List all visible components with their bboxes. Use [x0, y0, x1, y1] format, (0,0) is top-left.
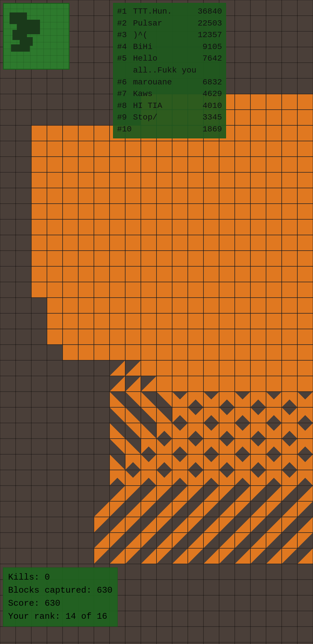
kills-stat: Kills: 0 [8, 571, 112, 584]
leaderboard: #1 TTT.Hun. 36840 #2 Pulsar 22503 #3 )^(… [113, 3, 226, 138]
leaderboard-row-10: #10 1869 [117, 124, 222, 135]
leaderboard-row-6: #6 marouane 6832 [117, 77, 222, 88]
rank-8: #8 [117, 100, 133, 112]
name-8: HI TIA [133, 100, 199, 112]
rank-5: #5 [117, 53, 133, 76]
rank-9: #9 [117, 112, 133, 124]
rank-3: #3 [117, 29, 133, 41]
name-9: Stop/ [133, 112, 199, 124]
rank-4: #4 [117, 41, 133, 53]
name-4: BiHi [133, 41, 199, 53]
minimap-inner [4, 4, 69, 69]
score-4: 9105 [199, 41, 222, 53]
minimap [3, 3, 70, 70]
leaderboard-row-4: #4 BiHi 9105 [117, 41, 222, 53]
rank-2: #2 [117, 18, 133, 30]
score-5: 7642 [199, 53, 222, 76]
leaderboard-row-1: #1 TTT.Hun. 36840 [117, 6, 222, 18]
name-3: )^( [133, 29, 198, 41]
score-2: 22503 [198, 18, 222, 30]
leaderboard-row-7: #7 Kaws 4629 [117, 88, 222, 100]
stats-box: Kills: 0 Blocks captured: 630 Score: 630… [3, 567, 118, 627]
leaderboard-row-2: #2 Pulsar 22503 [117, 18, 222, 30]
rank-10: #10 [117, 124, 133, 135]
score-stat: Score: 630 [8, 597, 112, 610]
name-2: Pulsar [133, 18, 198, 30]
name-7: Kaws [133, 88, 199, 100]
leaderboard-row-9: #9 Stop/ 3345 [117, 112, 222, 124]
score-7: 4629 [199, 88, 222, 100]
rank-1: #1 [117, 6, 133, 18]
score-9: 3345 [199, 112, 222, 124]
minimap-blob [11, 44, 30, 52]
leaderboard-row-5: #5 Hello all..Fukk you 7642 [117, 53, 222, 76]
blocks-stat: Blocks captured: 630 [8, 584, 112, 597]
score-10: 1869 [199, 124, 222, 135]
leaderboard-row-8: #8 HI TIA 4010 [117, 100, 222, 112]
name-10 [133, 124, 199, 135]
score-6: 6832 [199, 77, 222, 88]
rank-7: #7 [117, 88, 133, 100]
leaderboard-row-3: #3 )^( 12357 [117, 29, 222, 41]
name-5: Hello all..Fukk you [133, 53, 199, 76]
name-1: TTT.Hun. [133, 6, 198, 18]
score-1: 36840 [198, 6, 222, 18]
rank-6: #6 [117, 77, 133, 88]
rank-stat: Your rank: 14 of 16 [8, 610, 112, 623]
name-6: marouane [133, 77, 199, 88]
score-8: 4010 [199, 100, 222, 112]
score-3: 12357 [198, 29, 222, 41]
